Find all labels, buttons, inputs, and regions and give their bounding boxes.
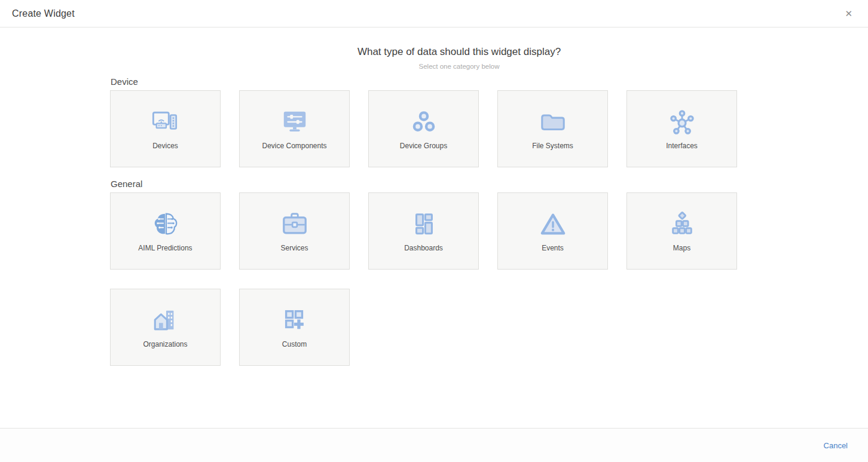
card-label: File Systems [532, 142, 573, 150]
category-card-services[interactable]: Services [239, 192, 350, 270]
card-label: Maps [673, 244, 690, 252]
category-card-maps[interactable]: Maps [626, 192, 737, 270]
dialog-footer: Cancel [0, 428, 868, 462]
aiml-predictions-icon [152, 210, 179, 238]
devices-icon [152, 108, 179, 136]
general-card-grid: AIML Predictions Services [110, 192, 737, 366]
device-card-grid: Devices Device Com [110, 90, 737, 167]
card-label: Device Components [262, 142, 326, 150]
custom-icon [281, 306, 308, 335]
cancel-button[interactable]: Cancel [824, 441, 848, 450]
category-content: Device [110, 77, 737, 366]
maps-icon [668, 210, 696, 238]
question-block: What type of data should this widget dis… [0, 46, 868, 70]
category-card-interfaces[interactable]: Interfaces [626, 90, 737, 167]
category-card-device-groups[interactable]: Device Groups [368, 90, 479, 167]
card-label: AIML Predictions [138, 244, 192, 252]
category-card-custom[interactable]: Custom [239, 289, 350, 366]
card-label: Dashboards [404, 244, 443, 252]
category-card-events[interactable]: Events [497, 192, 608, 270]
section-label-general: General [111, 179, 737, 189]
category-card-file-systems[interactable]: File Systems [497, 90, 608, 167]
close-icon[interactable]: ✕ [841, 5, 856, 22]
interfaces-icon [668, 108, 696, 136]
card-label: Custom [282, 340, 307, 348]
question-title: What type of data should this widget dis… [50, 46, 868, 58]
category-card-devices[interactable]: Devices [110, 90, 221, 167]
category-card-organizations[interactable]: Organizations [110, 289, 221, 366]
card-label: Devices [152, 142, 178, 150]
dialog-body: What type of data should this widget dis… [0, 27, 868, 428]
events-icon [539, 210, 567, 238]
dialog-header: Create Widget ✕ [0, 0, 868, 27]
dashboards-icon [410, 210, 438, 238]
category-card-device-components[interactable]: Device Components [239, 90, 350, 167]
card-label: Services [280, 244, 308, 252]
section-label-device: Device [111, 77, 737, 87]
category-card-aiml-predictions[interactable]: AIML Predictions [110, 192, 221, 270]
device-components-icon [281, 108, 308, 136]
question-subtitle: Select one category below [50, 63, 868, 70]
dialog-title: Create Widget [12, 8, 75, 19]
category-card-dashboards[interactable]: Dashboards [368, 192, 479, 270]
device-groups-icon [410, 108, 438, 136]
card-label: Events [542, 244, 564, 252]
file-systems-icon [539, 108, 567, 136]
card-label: Organizations [143, 340, 187, 348]
card-label: Interfaces [666, 142, 698, 150]
organizations-icon [152, 306, 179, 335]
card-label: Device Groups [400, 142, 447, 150]
create-widget-dialog: Create Widget ✕ What type of data should… [0, 0, 868, 462]
services-icon [281, 210, 308, 238]
